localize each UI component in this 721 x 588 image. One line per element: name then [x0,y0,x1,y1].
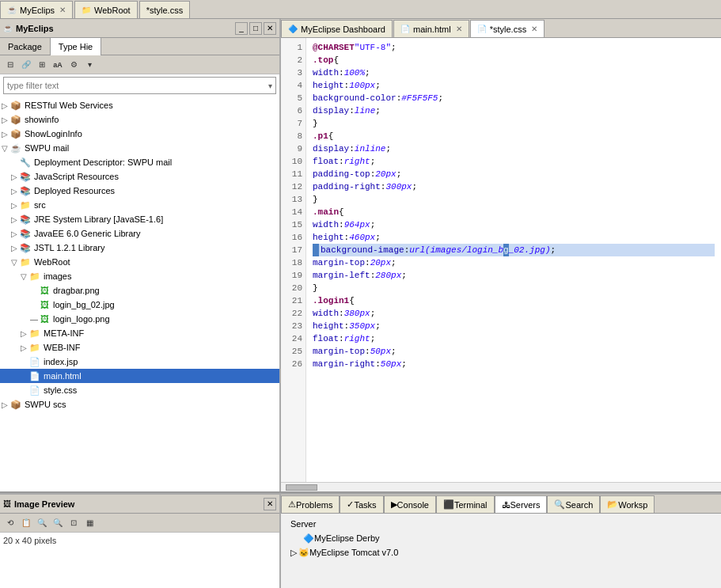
tasks-tab-label: Tasks [354,500,376,510]
bottom-tab-problems[interactable]: ⚠ Problems [281,495,340,513]
tree-arrow-loginlogo: — [30,315,38,324]
tree-label-webinf: WEB-INF [44,343,80,352]
panel-header: ☕ MyEclips _ □ ✕ [0,19,279,38]
img-toolbar-btn4[interactable]: 🔍 [51,516,65,530]
tab-stylecss[interactable]: *style.css [139,1,190,18]
text-aa-button[interactable]: aA [51,58,65,72]
tree-label-webroot: WebRoot [34,257,70,267]
stylecss-tab-close[interactable]: ✕ [531,25,537,33]
bottom-tab-terminal[interactable]: ⬛ Terminal [436,495,495,513]
collapse-all-button[interactable]: ⊟ [3,58,17,72]
derby-label: MyEclipse Derby [314,533,380,543]
tree-item-restful[interactable]: ▷ 📦 RESTful Web Services [0,98,279,112]
filter-box[interactable]: ▾ [3,77,276,94]
bottom-content: Server 🔷 MyEclipse Derby ▷ 🐱 MyEclipse T… [281,514,721,588]
img-toolbar-btn2[interactable]: 📋 [19,516,33,530]
tree-item-showlogininfo[interactable]: ▷ 📦 ShowLoginInfo [0,127,279,141]
tree-item-webroot[interactable]: ▽ 📁 WebRoot [0,255,279,269]
tree-item-jsresources[interactable]: ▷ 📚 JavaScript Resources [0,169,279,184]
bottom-tab-servers[interactable]: 🖧 Servers [495,495,548,513]
code-line-5: background-color:#F5F5F5; [313,92,715,104]
tree-arrow-stylecss [21,386,28,395]
tree-item-jstl[interactable]: ▷ 📚 JSTL 1.2.1 Library [0,241,279,255]
code-content[interactable]: @CHARSET "UTF-8"; .top{ width:100%; heig… [306,38,721,482]
link-button[interactable]: 🔗 [19,58,33,72]
tree-arrow-restful: ▷ [2,101,9,110]
bottom-tab-tasks[interactable]: ✓ Tasks [340,495,383,513]
expand-button[interactable]: ⊞ [35,58,49,72]
tree-label-images: images [44,271,71,281]
bottom-tab-worksp[interactable]: 📂 Worksp [600,495,655,513]
img-toolbar-btn3[interactable]: 🔍 [35,516,49,530]
tree-label-javaee: JavaEE 6.0 Generic Library [34,229,141,238]
tree-item-webinf[interactable]: ▷ 📁 WEB-INF [0,340,279,355]
console-tab-label: Console [397,500,429,510]
tree-item-metainf[interactable]: ▷ 📁 META-INF [0,326,279,340]
tree-item-indexjsp[interactable]: 📄 index.jsp [0,355,279,369]
tree-arrow-jre: ▷ [11,215,19,224]
tab-type-hie[interactable]: Type Hie [51,38,101,55]
tree-item-deploy[interactable]: 🔧 Deployment Descriptor: SWPU mail [0,155,279,169]
package-tab-label: Package [8,42,42,51]
tree-item-swpuscs[interactable]: ▷ 📦 SWPU scs [0,397,279,412]
editor-tab-dashboard[interactable]: 🔷 MyEclipse Dashboard [281,20,393,37]
jre-icon: 📚 [19,213,32,226]
code-line-8: .p1{ [313,130,715,142]
image-preview-close[interactable]: ✕ [264,498,276,510]
tree-item-loginlogo[interactable]: — 🖼 login_logo.png [0,312,279,326]
code-line-11: padding-top:20px; [313,168,715,180]
horizontal-scrollbar[interactable] [281,482,721,491]
myeclips-icon: ☕ [7,6,17,14]
tree-label-showinfo: showinfo [25,115,59,124]
img-toolbar-btn1[interactable]: ⟲ [3,516,17,530]
tree-item-deployedres[interactable]: ▷ 📚 Deployed Resources [0,184,279,198]
tree-arrow-deployedres: ▷ [11,187,19,195]
minimize-button[interactable]: _ [235,22,248,35]
metainf-icon: 📁 [28,327,41,340]
bottom-tab-search[interactable]: 🔍 Search [547,495,600,513]
code-line-3: width:100%; [313,66,715,79]
tab-package[interactable]: Package [0,38,51,55]
code-line-24: float:right; [313,332,715,345]
tree-item-loginbg[interactable]: 🖼 login_bg_02.jpg [0,298,279,312]
tree-arrow-webinf: ▷ [21,343,28,352]
img-toolbar-btn5[interactable]: ⊡ [66,516,81,530]
tree-item-images[interactable]: ▽ 📁 images [0,269,279,283]
preview-area: 20 x 40 pixels [0,533,279,588]
filter-button[interactable]: ⚙ [66,58,81,72]
tab-myeclips-close[interactable]: ✕ [59,6,66,14]
maximize-button[interactable]: □ [249,22,262,35]
server-item-tomcat[interactable]: ▷ 🐱 MyEclipse Tomcat v7.0 [287,545,715,560]
tab-myeclips[interactable]: ☕ MyEclips ✕ [0,1,73,18]
img-toolbar-btn6[interactable]: ▦ [82,516,97,530]
bottom-tab-console[interactable]: ▶ Console [384,495,436,513]
filter-input[interactable] [7,81,268,90]
tree-item-swpumail[interactable]: ▽ ☕ SWPU mail [0,141,279,155]
tab-webroot[interactable]: 📁 WebRoot [74,1,138,18]
top-area: ☕ MyEclips _ □ ✕ Package Type Hie ⊟ [0,19,721,493]
tree-item-dragbar[interactable]: 🖼 dragbar.png [0,283,279,298]
editor-tab-mainhtml[interactable]: 📄 main.html ✕ [393,20,469,37]
stylecss-icon: 📄 [28,384,41,396]
tree-arrow-swpumail: ▽ [2,144,9,153]
tree-item-showinfo[interactable]: ▷ 📦 showinfo [0,112,279,127]
view-menu-button[interactable]: ▾ [82,58,97,72]
mainhtml-tab-close[interactable]: ✕ [456,25,462,33]
tree-item-stylecss[interactable]: 📄 style.css [0,383,279,397]
server-item-derby[interactable]: 🔷 MyEclipse Derby [287,531,715,545]
tree-item-javaee[interactable]: ▷ 📚 JavaEE 6.0 Generic Library [0,226,279,241]
tree-item-jre[interactable]: ▷ 📚 JRE System Library [JavaSE-1.6] [0,212,279,226]
tree-item-src[interactable]: ▷ 📁 src [0,198,279,212]
code-line-7: } [313,117,715,130]
code-line-22: width:380px; [313,307,715,320]
webroot-tree-icon: 📁 [19,256,32,268]
editor-tab-stylecss[interactable]: 📄 *style.css ✕ [470,20,545,37]
tree-item-mainhtml[interactable]: 📄 main.html [0,369,279,383]
tree-label-swpumail: SWPU mail [25,143,69,153]
tree-label-loginlogo: login_logo.png [53,314,110,324]
code-line-16: height:460px; [313,231,715,244]
tab-webroot-label: WebRoot [94,6,131,15]
tree-arrow-showinfo: ▷ [2,116,9,124]
filter-dropdown-icon[interactable]: ▾ [268,82,272,90]
close-panel-button[interactable]: ✕ [264,22,276,35]
